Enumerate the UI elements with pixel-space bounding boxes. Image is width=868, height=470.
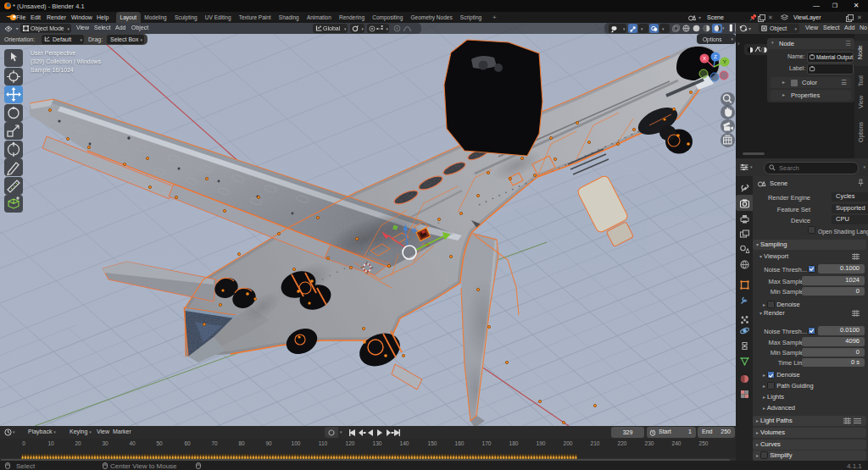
svg-text:X: X	[703, 56, 706, 61]
svg-text:Z: Z	[714, 54, 717, 59]
svg-text:Y: Y	[723, 59, 726, 64]
